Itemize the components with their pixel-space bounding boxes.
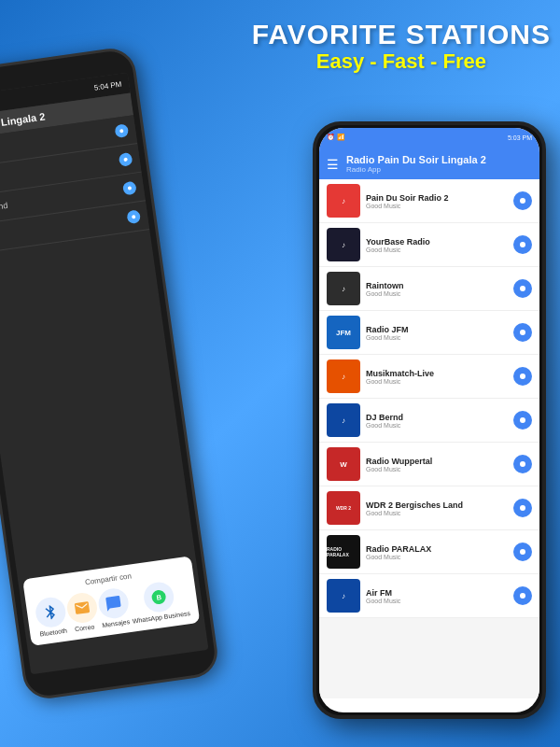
radio-thumbnail: W bbox=[327, 447, 360, 481]
radio-genre: Good Music bbox=[366, 510, 508, 516]
radio-info: RaintownGood Music bbox=[366, 281, 508, 297]
radio-list-item[interactable]: WRadio WuppertalGood Music bbox=[319, 443, 539, 486]
radio-list-item[interactable]: ♪Musikmatch-LiveGood Music bbox=[319, 355, 539, 399]
radio-name: YourBase Radio bbox=[366, 237, 508, 247]
radio-info: Radio PARALAXGood Music bbox=[366, 544, 508, 560]
radio-thumbnail: WDR 2 bbox=[327, 491, 360, 525]
header: FAVORITE STATIONS Easy - Fast - Free bbox=[252, 19, 551, 74]
radio-info: Radio JFMGood Music bbox=[366, 325, 508, 341]
bluetooth-label: Bluetooth bbox=[39, 627, 67, 638]
mensajes-icon bbox=[96, 586, 130, 620]
radio-name: Radio JFM bbox=[366, 325, 508, 334]
radio-genre: Good Music bbox=[366, 422, 508, 429]
radio-name: DJ Bernd bbox=[366, 413, 508, 422]
radio-info: Pain Du Soir Radio 2Good Music bbox=[366, 193, 508, 209]
radio-thumbnail: JFM bbox=[327, 316, 360, 349]
fg-phone-inner: ⏰ 📶 5:03 PM ☰ Radio Pain Du Soir Lingala… bbox=[319, 128, 539, 712]
radio-list-item[interactable]: ♪DJ BerndGood Music bbox=[319, 399, 539, 443]
bg-list: adio 2 o nes Land X bbox=[0, 115, 149, 255]
appbar-title: Radio Pain Du Soir Lingala 2 bbox=[346, 154, 532, 165]
radio-name: Air FM bbox=[366, 588, 508, 598]
radio-favorite-button[interactable] bbox=[513, 543, 532, 561]
radio-info: YourBase RadioGood Music bbox=[366, 237, 508, 253]
radio-thumbnail: ♪ bbox=[327, 228, 360, 261]
radio-name: Musikmatch-Live bbox=[366, 369, 508, 378]
list-item-dot bbox=[114, 123, 129, 138]
radio-favorite-button[interactable] bbox=[513, 586, 532, 605]
radio-name: Radio Wuppertal bbox=[366, 457, 508, 466]
header-subtitle: Easy - Fast - Free bbox=[252, 49, 551, 74]
radio-genre: Good Music bbox=[366, 598, 508, 604]
radio-favorite-button[interactable] bbox=[513, 499, 532, 517]
list-item-dot bbox=[122, 181, 137, 196]
radio-thumbnail: ♪ bbox=[327, 184, 360, 218]
radio-info: WDR 2 Bergisches LandGood Music bbox=[366, 500, 508, 516]
radio-list-item[interactable]: ♪Air FMGood Music bbox=[319, 574, 539, 618]
radio-name: Pain Du Soir Radio 2 bbox=[366, 193, 508, 203]
fg-statusbar: ⏰ 📶 5:03 PM bbox=[319, 128, 539, 147]
radio-info: Radio WuppertalGood Music bbox=[366, 457, 508, 472]
radio-thumbnail: ♪ bbox=[327, 272, 360, 305]
share-bluetooth[interactable]: Bluetooth bbox=[34, 596, 68, 638]
foreground-phone: ⏰ 📶 5:03 PM ☰ Radio Pain Du Soir Lingala… bbox=[313, 121, 546, 719]
fg-status-icons-left: ⏰ 📶 bbox=[327, 134, 345, 141]
whatsapp-label: WhatsApp Business bbox=[132, 610, 190, 625]
list-item-dot bbox=[119, 152, 133, 167]
appbar-subtitle: Radio App bbox=[346, 165, 532, 174]
radio-favorite-button[interactable] bbox=[513, 367, 532, 386]
radio-name: WDR 2 Bergisches Land bbox=[366, 500, 508, 510]
mensajes-label: Mensajes bbox=[102, 618, 131, 628]
share-whatsapp[interactable]: B WhatsApp Business bbox=[128, 578, 191, 624]
appbar-text: Radio Pain Du Soir Lingala 2 Radio App bbox=[346, 154, 532, 174]
radio-favorite-button[interactable] bbox=[513, 279, 532, 298]
radio-list-item[interactable]: ♪RaintownGood Music bbox=[319, 267, 539, 311]
radio-list-item[interactable]: ♪Pain Du Soir Radio 2Good Music bbox=[319, 179, 539, 223]
radio-list-item[interactable]: WDR 2WDR 2 Bergisches LandGood Music bbox=[319, 486, 539, 530]
radio-thumbnail: ♪ bbox=[327, 579, 360, 613]
radio-favorite-button[interactable] bbox=[513, 455, 532, 473]
background-phone: 🔔 📶 5:04 PM Du Soir Lingala 2 adio 2 o n… bbox=[0, 46, 220, 702]
radio-favorite-button[interactable] bbox=[513, 323, 532, 342]
list-item-dot bbox=[126, 209, 141, 224]
radio-favorite-button[interactable] bbox=[513, 191, 532, 210]
bg-status-time: 5:04 PM bbox=[93, 79, 122, 92]
radio-info: Musikmatch-LiveGood Music bbox=[366, 369, 508, 385]
radio-genre: Good Music bbox=[366, 378, 508, 385]
whatsapp-business-icon: B bbox=[142, 580, 175, 613]
radio-favorite-button[interactable] bbox=[513, 235, 532, 254]
correo-label: Correo bbox=[75, 623, 95, 632]
radio-genre: Good Music bbox=[366, 203, 508, 209]
header-title: FAVORITE STATIONS bbox=[252, 19, 551, 49]
radio-genre: Good Music bbox=[366, 290, 508, 297]
menu-icon[interactable]: ☰ bbox=[327, 157, 339, 172]
radio-info: DJ BerndGood Music bbox=[366, 413, 508, 429]
radio-list-item[interactable]: RADIO PARALAXRadio PARALAXGood Music bbox=[319, 530, 539, 574]
share-dialog: Compartir con Bluetooth bbox=[22, 556, 200, 646]
share-mensajes[interactable]: Mensajes bbox=[96, 586, 131, 628]
bluetooth-icon bbox=[34, 596, 67, 629]
radio-genre: Good Music bbox=[366, 466, 508, 472]
fg-appbar: ☰ Radio Pain Du Soir Lingala 2 Radio App bbox=[319, 147, 539, 179]
radio-list: ♪Pain Du Soir Radio 2Good Music♪YourBase… bbox=[319, 179, 539, 698]
radio-favorite-button[interactable] bbox=[513, 411, 532, 430]
radio-list-item[interactable]: JFMRadio JFMGood Music bbox=[319, 311, 539, 355]
radio-thumbnail: RADIO PARALAX bbox=[327, 535, 360, 569]
radio-genre: Good Music bbox=[366, 554, 508, 560]
correo-icon bbox=[65, 591, 99, 625]
fg-status-time: 5:03 PM bbox=[508, 134, 532, 141]
radio-genre: Good Music bbox=[366, 334, 508, 341]
share-correo[interactable]: Correo bbox=[65, 591, 100, 633]
radio-list-item[interactable]: ♪YourBase RadioGood Music bbox=[319, 223, 539, 267]
bg-phone-screen: 🔔 📶 5:04 PM Du Soir Lingala 2 adio 2 o n… bbox=[0, 73, 208, 675]
radio-info: Air FMGood Music bbox=[366, 588, 508, 604]
radio-name: Raintown bbox=[366, 281, 508, 290]
radio-thumbnail: ♪ bbox=[327, 359, 360, 393]
list-item-label: nes Land bbox=[0, 201, 8, 215]
radio-thumbnail: ♪ bbox=[327, 403, 360, 437]
radio-name: Radio PARALAX bbox=[366, 544, 508, 554]
radio-genre: Good Music bbox=[366, 247, 508, 253]
